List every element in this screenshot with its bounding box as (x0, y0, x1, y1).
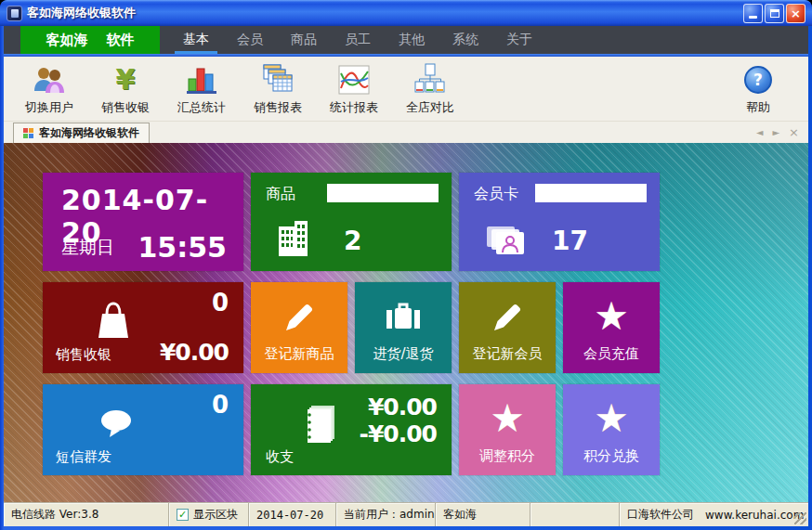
tile-goods[interactable]: 商品 (251, 173, 452, 271)
menu-tab-goods[interactable]: 商品 (282, 26, 325, 54)
tool-label: 切换用户 (25, 99, 73, 116)
sms-label: 短信群发 (56, 448, 111, 466)
sales-cashier-button[interactable]: ¥ 销售收银 (87, 62, 164, 116)
adjust-points-label: 调整积分 (459, 447, 556, 465)
toolbar: 切换用户 ¥ 销售收银 汇总统计 (4, 57, 808, 122)
summary-stats-button[interactable]: 汇总统计 (164, 62, 240, 116)
tool-label: 销售收银 (101, 99, 150, 116)
tool-label: 统计报表 (330, 99, 378, 116)
tab-close-icon[interactable]: × (789, 126, 799, 138)
time-value: 15:55 (138, 231, 228, 264)
pencil-icon (251, 297, 347, 338)
tile-grid: 2014-07-20 星期日 15:55 商品 (43, 173, 660, 475)
document-tab-bar: 客如海网络收银软件 ◄ ► × (4, 122, 808, 143)
title-bar[interactable]: 客如海网络收银软件 × (0, 0, 812, 26)
notebook-icon (299, 401, 342, 451)
check-icon: ✓ (178, 509, 187, 521)
app-window: 客如海网络收银软件 × 客如海 软件 基本 会员 商品 员工 其他 系统 关于 (0, 0, 812, 530)
star-icon: ★ (459, 399, 556, 438)
status-empty (530, 503, 620, 526)
minimize-icon (749, 16, 757, 19)
app-icon (7, 6, 22, 21)
pencil-icon (459, 297, 556, 338)
tile-sms[interactable]: 0 短信群发 (43, 384, 243, 475)
cashier-amount: ¥0.00 (160, 339, 229, 366)
member-cards-icon (483, 219, 528, 262)
menu-tab-basic[interactable]: 基本 (175, 26, 217, 54)
tile-sales-cashier[interactable]: 0 销售收银 ¥0.00 (43, 282, 243, 373)
weekday-value: 星期日 (61, 236, 114, 260)
desktop-area: 2014-07-20 星期日 15:55 商品 (4, 143, 808, 502)
tile-adjust-points[interactable]: ★ 调整积分 (459, 384, 556, 475)
maximize-button[interactable] (765, 4, 784, 23)
new-product-label: 登记新商品 (251, 345, 347, 363)
tool-label: 汇总统计 (177, 99, 226, 116)
tile-redeem-points[interactable]: ★ 积分兑换 (563, 384, 660, 475)
menu-tab-member[interactable]: 会员 (229, 26, 271, 54)
goods-count: 2 (344, 226, 361, 256)
tab-scroll-right-icon[interactable]: ► (772, 128, 779, 138)
document-tab-label: 客如海网络收银软件 (39, 125, 139, 141)
website-link[interactable]: www.keruhai.com (705, 509, 804, 522)
store-compare-icon (412, 62, 449, 97)
yen-icon: ¥ (107, 62, 144, 97)
bar-chart-icon (183, 62, 220, 97)
store-compare-button[interactable]: 全店对比 (392, 62, 468, 116)
tile-new-member[interactable]: 登记新会员 (459, 282, 556, 373)
shopping-bag-icon (91, 299, 136, 347)
status-date: 2014-07-20 (249, 503, 336, 526)
cashier-label: 销售收银 (56, 346, 111, 364)
menu-bar: 客如海 软件 基本 会员 商品 员工 其他 系统 关于 (4, 26, 808, 54)
member-card-count: 17 (552, 226, 588, 256)
menu-tab-system[interactable]: 系统 (444, 26, 487, 54)
sms-count: 0 (212, 391, 229, 419)
help-icon: ? (740, 62, 777, 97)
document-tab-home[interactable]: 客如海网络收银软件 (13, 123, 150, 143)
goods-search-input[interactable] (327, 184, 439, 202)
member-recharge-label: 会员充值 (563, 345, 660, 363)
company-name: 口海软件公司 (627, 507, 694, 523)
tile-purchase-return[interactable]: 进货/退货 (355, 282, 452, 373)
tile-member-recharge[interactable]: ★ 会员充值 (563, 282, 660, 373)
minimize-button[interactable] (743, 4, 763, 23)
balance-label: 收支 (266, 448, 294, 466)
tool-label: 帮助 (746, 99, 770, 116)
briefcase-icon (355, 297, 452, 338)
status-line-version: 电信线路 Ver:3.8 (4, 503, 169, 526)
resize-grip-icon[interactable] (794, 512, 806, 524)
menu-tab-staff[interactable]: 员工 (336, 26, 379, 54)
tab-scroll-left-icon[interactable]: ◄ (756, 128, 764, 138)
balance-income: ¥0.00 (368, 394, 437, 420)
switch-user-button[interactable]: 切换用户 (11, 62, 87, 116)
menu-tab-other[interactable]: 其他 (390, 26, 433, 54)
tool-label: 全店对比 (406, 99, 454, 116)
status-bar: 电信线路 Ver:3.8 ✓ 显示区块 2014-07-20 当前用户：admi… (4, 502, 808, 526)
menu-tabs: 基本 会员 商品 员工 其他 系统 关于 (175, 26, 552, 54)
stats-report-button[interactable]: 统计报表 (316, 62, 392, 116)
brand-block: 客如海 软件 (20, 26, 160, 54)
cashier-count: 0 (212, 289, 229, 317)
tiles-icon (23, 128, 34, 139)
client-area: 客如海 软件 基本 会员 商品 员工 其他 系统 关于 (4, 26, 808, 526)
status-company: 口海软件公司 www.keruhai.com (620, 503, 808, 526)
status-current-user: 当前用户：admin (336, 503, 436, 526)
tile-balance[interactable]: ¥0.00 -¥0.00 收支 (251, 384, 452, 475)
help-button[interactable]: ? 帮助 (730, 62, 786, 116)
speech-bubble-icon (95, 407, 139, 447)
member-card-input[interactable] (535, 184, 647, 202)
show-blocks-checkbox[interactable]: ✓ (177, 509, 189, 521)
building-icon (275, 215, 316, 262)
status-show-blocks: ✓ 显示区块 (169, 503, 249, 526)
tile-member-card[interactable]: 会员卡 17 (459, 173, 660, 271)
brand-suffix: 软件 (107, 32, 135, 49)
window-title: 客如海网络收银软件 (27, 5, 136, 21)
redeem-points-label: 积分兑换 (563, 447, 660, 465)
tile-new-product[interactable]: 登记新商品 (251, 282, 347, 373)
report-tables-icon (259, 62, 296, 97)
close-button[interactable]: × (786, 4, 805, 23)
star-icon: ★ (563, 399, 660, 438)
menu-tab-about[interactable]: 关于 (498, 26, 541, 54)
sales-report-button[interactable]: 销售报表 (240, 62, 316, 116)
new-member-label: 登记新会员 (459, 345, 556, 363)
tile-date-time[interactable]: 2014-07-20 星期日 15:55 (43, 173, 243, 271)
